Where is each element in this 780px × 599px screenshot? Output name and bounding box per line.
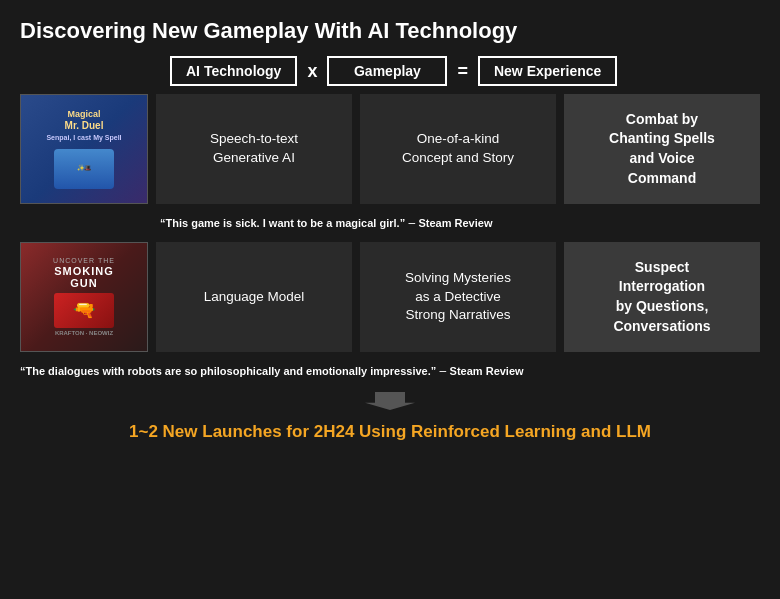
page-title: Discovering New Gameplay With AI Technol…: [20, 18, 760, 44]
row2-col1: Language Model: [156, 242, 352, 352]
header-row: AI Technology x Gameplay = New Experienc…: [170, 56, 760, 86]
row1-col3: Combat byChanting Spellsand VoiceCommand: [564, 94, 760, 204]
review-1: “This game is sick. I want to be a magic…: [160, 212, 760, 234]
footer-text: 1~2 New Launches for 2H24 Using Reinforc…: [20, 420, 760, 444]
game-image-1: Magical Mr. Duel Senpai, I cast My Spell…: [20, 94, 148, 204]
header-x: x: [297, 61, 327, 82]
arrow-row: [20, 390, 760, 412]
review-2-source: Steam Review: [450, 365, 524, 377]
down-arrow-icon: [365, 392, 415, 410]
game-image-2: UNCOVER THE SMOKINGGUN 🔫 KRAFTON · NEOWI…: [20, 242, 148, 352]
data-row-2: UNCOVER THE SMOKINGGUN 🔫 KRAFTON · NEOWI…: [20, 242, 760, 352]
row1-col2: One-of-a-kindConcept and Story: [360, 94, 556, 204]
review-2-text: “The dialogues with robots are so philos…: [20, 365, 436, 377]
data-row-1: Magical Mr. Duel Senpai, I cast My Spell…: [20, 94, 760, 204]
row2-col3: SuspectInterrogationby Questions,Convers…: [564, 242, 760, 352]
header-col1: AI Technology: [170, 56, 297, 86]
row2-col2: Solving Mysteriesas a DetectiveStrong Na…: [360, 242, 556, 352]
row1-col1: Speech-to-textGenerative AI: [156, 94, 352, 204]
game-name-2: UNCOVER THE SMOKINGGUN 🔫 KRAFTON · NEOWI…: [49, 252, 119, 342]
review-1-source: Steam Review: [418, 217, 492, 229]
review-2: “The dialogues with robots are so philos…: [20, 360, 760, 382]
header-col2: Gameplay: [327, 56, 447, 86]
review-1-text: “This game is sick. I want to be a magic…: [160, 217, 405, 229]
header-col3: New Experience: [478, 56, 617, 86]
game-name-1: Magical Mr. Duel Senpai, I cast My Spell…: [42, 105, 125, 192]
header-eq: =: [447, 61, 478, 82]
